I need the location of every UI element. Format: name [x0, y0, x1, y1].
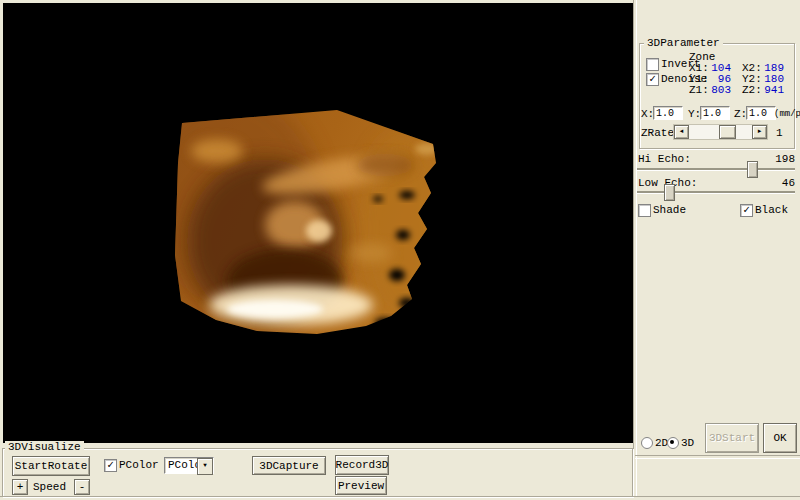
mode-2d-radio[interactable]: [641, 437, 653, 449]
mode-3d-label: 3D: [681, 437, 694, 449]
check-icon: ✓: [743, 204, 750, 216]
hi-echo-label: Hi Echo:: [638, 153, 691, 165]
check-icon: ✓: [107, 459, 114, 471]
panel-divider: [633, 0, 637, 497]
scale-x-input[interactable]: [653, 106, 683, 120]
scale-y-input[interactable]: [700, 106, 730, 120]
radio-dot-icon: [670, 440, 674, 444]
start3d-button[interactable]: 3DStart: [705, 423, 759, 453]
invert-checkbox[interactable]: [646, 58, 659, 71]
zrate-label: ZRate: [641, 127, 674, 139]
capture-button[interactable]: 3DCapture: [252, 456, 326, 475]
zrate-scroll-left-icon[interactable]: ◄: [674, 125, 689, 139]
ultrasound-viewport[interactable]: [3, 3, 633, 443]
speed-minus-button[interactable]: -: [74, 479, 90, 495]
pcolor-label: PColor: [119, 459, 159, 471]
black-label: Black: [755, 204, 788, 216]
app-window: 3DParameter Invert ✓ Denoise Zone X1: 10…: [0, 0, 800, 500]
mode-3d-radio[interactable]: [667, 437, 679, 449]
parameter-group-title: 3DParameter: [644, 37, 723, 49]
visualize-group-title: 3DVisualize: [5, 441, 84, 453]
right-panel-separator: [635, 455, 800, 459]
speed-plus-button[interactable]: +: [12, 479, 28, 495]
low-echo-slider-track[interactable]: [637, 191, 795, 194]
check-icon: ✓: [649, 73, 656, 85]
zrate-scroll-right-icon[interactable]: ►: [752, 125, 767, 139]
zrate-value: 1: [776, 127, 783, 139]
hi-echo-value: 198: [765, 153, 795, 165]
hi-echo-slider-thumb[interactable]: [747, 161, 758, 178]
zrate-scroll-thumb[interactable]: [719, 125, 736, 139]
zone-z1-value: 803: [705, 84, 731, 96]
dropdown-arrow-icon[interactable]: ▼: [197, 458, 213, 475]
low-echo-value: 46: [765, 177, 795, 189]
ok-button[interactable]: OK: [763, 423, 797, 453]
speed-label: Speed: [33, 481, 66, 493]
scale-unit-label: (mm/p): [774, 108, 800, 120]
shade-checkbox[interactable]: [638, 204, 651, 217]
black-checkbox[interactable]: ✓: [740, 204, 753, 217]
start-rotate-button[interactable]: StartRotate: [12, 456, 90, 476]
pcolor-checkbox[interactable]: ✓: [104, 459, 117, 472]
zrate-scrollbar[interactable]: ◄ ►: [673, 124, 768, 140]
shade-label: Shade: [653, 204, 686, 216]
low-echo-slider-thumb[interactable]: [664, 184, 675, 201]
window-bottom-border: [0, 496, 800, 497]
record-button[interactable]: Record3D: [335, 455, 389, 475]
zone-z2-value: 941: [758, 84, 784, 96]
hi-echo-slider-track[interactable]: [637, 168, 795, 171]
ultrasound-image: [3, 3, 633, 443]
preview-button[interactable]: Preview: [335, 476, 387, 495]
denoise-checkbox[interactable]: ✓: [646, 73, 659, 86]
pcolor-dropdown[interactable]: PColor ▼: [164, 457, 214, 474]
scale-z-input[interactable]: [746, 106, 776, 120]
